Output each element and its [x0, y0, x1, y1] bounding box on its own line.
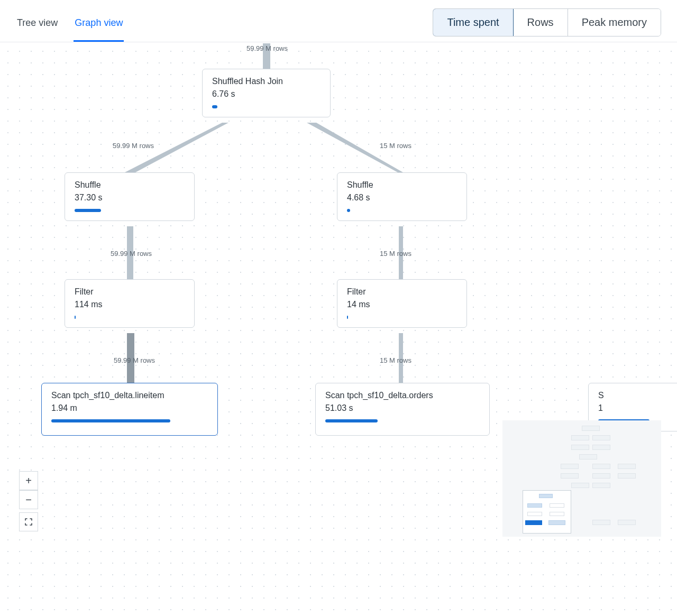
metric-bar — [51, 419, 208, 422]
node-title: Scan tpch_sf10_delta.orders — [325, 391, 480, 400]
metric-peak-memory[interactable]: Peak memory — [568, 9, 661, 36]
metric-time-spent[interactable]: Time spent — [433, 8, 513, 36]
tab-tree-view[interactable]: Tree view — [16, 12, 59, 42]
node-title: Shuffle — [347, 180, 457, 190]
node-metric: 4.68 s — [347, 193, 457, 203]
minimap[interactable] — [502, 420, 661, 537]
node-title: Filter — [75, 287, 185, 297]
fullscreen-icon — [24, 518, 33, 526]
minimap-node — [571, 445, 589, 450]
edge-label: 15 M rows — [380, 142, 411, 150]
node-title: Scan tpch_sf10_delta.lineitem — [51, 391, 208, 400]
edge-label: 15 M rows — [380, 250, 411, 258]
minimap-node — [571, 435, 589, 440]
fit-to-screen-button[interactable] — [19, 512, 38, 531]
node-filter-right[interactable]: Filter 14 ms — [337, 279, 467, 328]
minimap-node — [592, 464, 610, 469]
minimap-node — [592, 520, 610, 525]
zoom-out-button[interactable]: − — [19, 490, 38, 509]
minimap-node — [571, 483, 589, 488]
node-shuffle-right[interactable]: Shuffle 4.68 s — [337, 172, 467, 221]
minimap-node — [592, 483, 610, 488]
minimap-node — [561, 473, 579, 479]
minimap-node — [618, 520, 636, 525]
metric-bar — [75, 209, 185, 212]
minimap-node — [561, 464, 579, 469]
minimap-node — [592, 445, 610, 450]
edge-label: 59.99 M rows — [114, 356, 155, 364]
node-title: Shuffle — [75, 180, 185, 190]
node-metric: 37.30 s — [75, 193, 185, 203]
node-metric: 14 ms — [347, 300, 457, 309]
view-tabs: Tree view Graph view — [16, 12, 124, 42]
minimap-node — [618, 473, 636, 479]
node-filter-left[interactable]: Filter 114 ms — [65, 279, 195, 328]
node-title: Shuffled Hash Join — [212, 77, 321, 86]
minimap-node — [592, 473, 610, 479]
zoom-controls: + − — [19, 471, 38, 531]
node-metric: 1.94 m — [51, 403, 208, 413]
node-metric: 114 ms — [75, 300, 185, 309]
minimap-node — [592, 435, 610, 440]
edge-label: 59.99 M rows — [111, 250, 152, 258]
edge-label: 15 M rows — [380, 356, 411, 364]
node-shuffled-hash-join[interactable]: Shuffled Hash Join 6.76 s — [202, 69, 331, 117]
node-shuffle-left[interactable]: Shuffle 37.30 s — [65, 172, 195, 221]
node-title: Filter — [347, 287, 457, 297]
minimap-node — [582, 426, 600, 431]
metric-bar — [212, 105, 321, 108]
tab-graph-view[interactable]: Graph view — [74, 12, 124, 42]
node-title: S — [598, 391, 677, 400]
metric-toggle: Time spent Rows Peak memory — [433, 8, 661, 36]
minimap-node — [618, 464, 636, 469]
edge-label: 59.99 M rows — [113, 142, 154, 150]
node-scan-lineitem[interactable]: Scan tpch_sf10_delta.lineitem 1.94 m — [41, 383, 218, 436]
metric-rows[interactable]: Rows — [513, 9, 568, 36]
node-metric: 51.03 s — [325, 403, 480, 413]
edge-label: 59.99 M rows — [246, 44, 288, 52]
metric-bar — [347, 316, 457, 319]
metric-bar — [75, 316, 185, 319]
node-metric: 6.76 s — [212, 89, 321, 99]
topbar: Tree view Graph view Time spent Rows Pea… — [0, 0, 677, 42]
metric-bar — [347, 209, 457, 212]
minimap-viewport[interactable] — [523, 490, 571, 534]
graph-canvas[interactable]: 59.99 M rows Shuffled Hash Join 6.76 s 5… — [0, 43, 677, 616]
node-metric: 1 — [598, 403, 677, 413]
zoom-in-button[interactable]: + — [19, 471, 38, 490]
metric-bar — [325, 419, 480, 422]
node-scan-orders[interactable]: Scan tpch_sf10_delta.orders 51.03 s — [315, 383, 490, 436]
minimap-node — [579, 454, 597, 459]
